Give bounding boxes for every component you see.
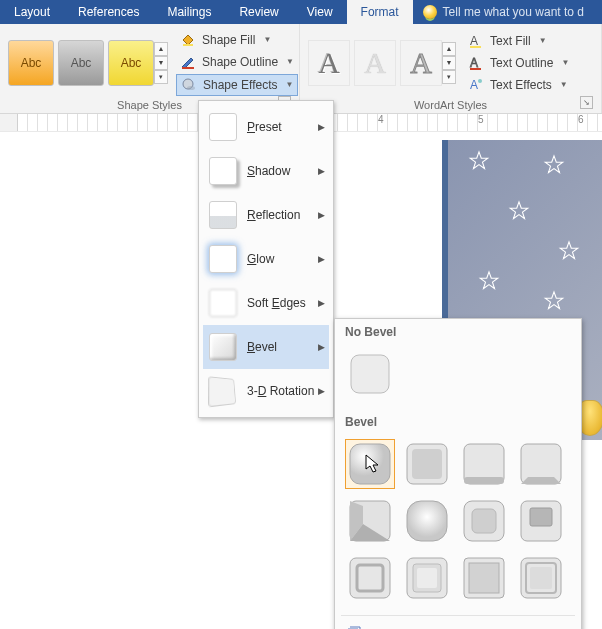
chevron-down-icon[interactable]: ▼ bbox=[442, 56, 456, 70]
submenu-arrow-icon: ▶ bbox=[318, 210, 325, 220]
chevron-up-icon[interactable]: ▲ bbox=[442, 42, 456, 56]
tab-review[interactable]: Review bbox=[225, 0, 292, 24]
tell-me-search[interactable]: Tell me what you want to d bbox=[413, 0, 602, 24]
bevel-option-cool-slant[interactable] bbox=[516, 439, 566, 489]
fx-item-glow[interactable]: Glow ▶ bbox=[203, 237, 329, 281]
text-outline-button[interactable]: A Text Outline ▼ bbox=[464, 53, 573, 73]
svg-text:A: A bbox=[470, 78, 478, 92]
wordart-style-1[interactable]: A bbox=[308, 40, 350, 86]
bevel-option-none[interactable] bbox=[345, 349, 395, 399]
svg-rect-13 bbox=[412, 449, 442, 479]
bevel-option-convex[interactable] bbox=[459, 496, 509, 546]
bevel-option-hard-edge[interactable] bbox=[459, 553, 509, 603]
shadow-thumb-icon bbox=[209, 157, 237, 185]
fx-item-bevel[interactable]: Bevel ▶ bbox=[203, 325, 329, 369]
bevel-header-bevel: Bevel bbox=[335, 409, 581, 433]
dropdown-icon: ▼ bbox=[263, 35, 271, 44]
glow-thumb-icon bbox=[209, 245, 237, 273]
text-fill-icon: A bbox=[468, 33, 484, 49]
dropdown-icon: ▼ bbox=[561, 58, 569, 67]
bucket-icon bbox=[180, 32, 196, 48]
shape-effects-menu: Preset ▶ Shadow ▶ Reflection ▶ Glow ▶ So… bbox=[198, 100, 334, 418]
submenu-arrow-icon: ▶ bbox=[318, 122, 325, 132]
fx-item-shadow[interactable]: Shadow ▶ bbox=[203, 149, 329, 193]
wordart-style-2[interactable]: A bbox=[354, 40, 396, 86]
svg-point-9 bbox=[478, 79, 482, 83]
dropdown-icon: ▼ bbox=[560, 80, 568, 89]
shape-fill-button[interactable]: Shape Fill ▼ bbox=[176, 30, 298, 50]
bevel-option-relaxed-inset[interactable] bbox=[402, 439, 452, 489]
text-effects-button[interactable]: A Text Effects ▼ bbox=[464, 75, 573, 95]
svg-rect-1 bbox=[182, 67, 194, 69]
bevel-option-slope[interactable] bbox=[516, 496, 566, 546]
bevel-option-circle[interactable] bbox=[345, 439, 395, 489]
svg-rect-7 bbox=[470, 68, 481, 70]
bevel-option-soft-round[interactable] bbox=[402, 496, 452, 546]
reflection-thumb-icon bbox=[209, 201, 237, 229]
rotation-thumb-icon bbox=[208, 376, 236, 407]
shape-effects-button[interactable]: Shape Effects ▼ bbox=[176, 74, 298, 96]
tab-view[interactable]: View bbox=[293, 0, 347, 24]
fx-item-soft-edges[interactable]: Soft Edges ▶ bbox=[203, 281, 329, 325]
text-outline-icon: A bbox=[468, 55, 484, 71]
tab-mailings[interactable]: Mailings bbox=[153, 0, 225, 24]
submenu-arrow-icon: ▶ bbox=[318, 166, 325, 176]
bevel-header-none: No Bevel bbox=[335, 319, 581, 343]
bevel-option-cross[interactable] bbox=[459, 439, 509, 489]
shape-style-swatch-2[interactable]: Abc bbox=[58, 40, 104, 86]
dialog-launcher-icon[interactable]: ↘ bbox=[580, 96, 593, 109]
chevron-down-icon[interactable]: ▼ bbox=[154, 56, 168, 70]
svg-rect-15 bbox=[464, 477, 504, 484]
tab-references[interactable]: References bbox=[64, 0, 153, 24]
dropdown-icon: ▼ bbox=[539, 36, 547, 45]
bevel-submenu: No Bevel Bevel bbox=[334, 318, 582, 629]
gallery-expand-icon[interactable]: ▾ bbox=[442, 70, 456, 84]
submenu-arrow-icon: ▶ bbox=[318, 342, 325, 352]
softedges-thumb-icon bbox=[209, 289, 237, 317]
tab-layout[interactable]: Layout bbox=[0, 0, 64, 24]
bevel-3d-options[interactable]: 3-D Options... bbox=[335, 618, 581, 629]
wordart-gallery-spinner[interactable]: ▲ ▼ ▾ bbox=[442, 42, 456, 84]
fx-item-reflection[interactable]: Reflection ▶ bbox=[203, 193, 329, 237]
bevel-option-angle[interactable] bbox=[345, 496, 395, 546]
submenu-arrow-icon: ▶ bbox=[318, 386, 325, 396]
shape-style-swatch-1[interactable]: Abc bbox=[8, 40, 54, 86]
svg-rect-5 bbox=[470, 46, 481, 48]
shape-style-swatch-3[interactable]: Abc bbox=[108, 40, 154, 86]
svg-rect-29 bbox=[469, 563, 499, 593]
chevron-up-icon[interactable]: ▲ bbox=[154, 42, 168, 56]
dropdown-icon: ▼ bbox=[286, 57, 294, 66]
svg-rect-27 bbox=[417, 568, 437, 588]
ruler-tab-well[interactable] bbox=[0, 114, 18, 132]
ribbon-tabs: Layout References Mailings Review View F… bbox=[0, 0, 602, 24]
submenu-arrow-icon: ▶ bbox=[318, 254, 325, 264]
svg-rect-18 bbox=[407, 501, 447, 541]
bulb-icon bbox=[423, 5, 437, 19]
wordart-style-3[interactable]: A bbox=[400, 40, 442, 86]
submenu-arrow-icon: ▶ bbox=[318, 298, 325, 308]
svg-rect-20 bbox=[472, 509, 496, 533]
gallery-expand-icon[interactable]: ▾ bbox=[154, 70, 168, 84]
text-effects-icon: A bbox=[468, 77, 484, 93]
svg-rect-10 bbox=[351, 355, 389, 393]
svg-text:A: A bbox=[470, 56, 478, 70]
svg-rect-11 bbox=[350, 444, 390, 484]
bevel-thumb-icon bbox=[209, 333, 237, 361]
svg-rect-0 bbox=[183, 44, 193, 46]
dropdown-icon: ▼ bbox=[286, 80, 294, 89]
fx-item-preset[interactable]: Preset ▶ bbox=[203, 105, 329, 149]
svg-rect-22 bbox=[530, 508, 552, 526]
bevel-option-art-deco[interactable] bbox=[516, 553, 566, 603]
group-label-wordart: WordArt Styles ↘ bbox=[308, 97, 593, 111]
svg-point-3 bbox=[187, 86, 195, 90]
tell-me-label: Tell me what you want to d bbox=[443, 5, 584, 19]
bevel-option-riblet[interactable] bbox=[402, 553, 452, 603]
fx-item-3d-rotation[interactable]: 3-D Rotation ▶ bbox=[203, 369, 329, 413]
tab-format[interactable]: Format bbox=[347, 0, 413, 24]
shape-outline-button[interactable]: Shape Outline ▼ bbox=[176, 52, 298, 72]
bevel-option-divot[interactable] bbox=[345, 553, 395, 603]
menu-separator bbox=[341, 615, 575, 616]
text-fill-button[interactable]: A Text Fill ▼ bbox=[464, 31, 573, 51]
shape-style-gallery-spinner[interactable]: ▲ ▼ ▾ bbox=[154, 42, 168, 84]
pen-icon bbox=[180, 54, 196, 70]
